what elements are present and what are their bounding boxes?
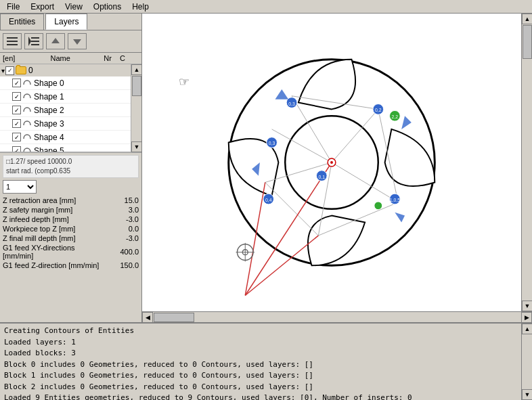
props-info-box: □1.27/ speed 10000.0 start rad. (comp0.6… (3, 155, 139, 178)
scroll-down-btn[interactable]: ▼ (131, 141, 141, 152)
svg-line-24 (245, 236, 318, 295)
toolbar-btn-up[interactable] (46, 33, 65, 49)
path-icon-2 (22, 105, 32, 115)
props-info-line2: start rad. (comp0.635 (6, 166, 135, 176)
svg-text:0,3: 0,3 (288, 102, 295, 106)
layer-list: ▾ ✓ 0 ✓ Sh (0, 64, 131, 152)
props-row-5: G1 feed XY-directions [mm/min] 400.0 (3, 244, 139, 260)
log-line-6: Loaded 9 Entities geometries, reduced to… (4, 393, 517, 400)
vscroll-down[interactable]: ▼ (522, 301, 532, 311)
layer-list-scrollbar[interactable]: ▲ ▼ (131, 64, 141, 152)
log-scroll-down[interactable]: ▼ (522, 389, 532, 400)
svg-marker-6 (28, 37, 31, 46)
svg-marker-8 (73, 39, 81, 45)
col-c-header: C (117, 54, 128, 62)
props-value-1: 3.0 (105, 206, 139, 214)
col-nr-header: Nr (98, 54, 117, 62)
props-value-6: 150.0 (105, 261, 139, 269)
vscroll-up[interactable]: ▲ (522, 14, 532, 24)
scroll-track-layer (131, 75, 141, 141)
content-area: Entities Layers (0, 14, 532, 322)
main-container: Entities Layers (0, 14, 532, 400)
root-checkbox[interactable]: ✓ (5, 66, 14, 75)
props-row-6: G1 feed Z-direction [mm/min] 150.0 (3, 261, 139, 269)
shape5-checkbox[interactable]: ✓ (12, 146, 21, 152)
shape2-checkbox[interactable]: ✓ (12, 106, 21, 114)
layer-item-shape4[interactable]: ✓ Shape 4 (0, 131, 131, 144)
layer-root-row[interactable]: ▾ ✓ 0 (0, 64, 131, 76)
hscroll-right[interactable]: ▶ (521, 312, 532, 322)
props-value-0: 15.0 (105, 196, 139, 204)
svg-marker-43 (401, 116, 412, 129)
layer-item-shape1[interactable]: ✓ Shape 1 (0, 90, 131, 104)
layer-list-wrap: ▾ ✓ 0 ✓ Sh (0, 64, 141, 152)
log-line-1: Loaded layers: 1 (4, 337, 517, 349)
right-panel: ☞ (142, 14, 532, 322)
tab-entities[interactable]: Entities (0, 14, 44, 30)
svg-line-21 (265, 182, 319, 236)
toolbar-btn-list[interactable] (3, 33, 22, 49)
shape0-checkbox[interactable]: ✓ (12, 79, 21, 87)
canvas-hscrollbar[interactable]: ◀ ▶ (142, 311, 532, 322)
vscroll-track (522, 24, 532, 301)
layer-item-shape2[interactable]: ✓ Shape 2 (0, 104, 131, 117)
menu-view[interactable]: View (60, 1, 88, 13)
layer-item-shape3[interactable]: ✓ Shape 3 (0, 117, 131, 131)
menu-export[interactable]: Export (25, 1, 60, 13)
hscroll-thumb[interactable] (154, 313, 194, 322)
layer-select-row: 1 (3, 180, 139, 194)
shape4-checkbox[interactable]: ✓ (12, 133, 21, 141)
log-line-0: Creating Contours of Entities (4, 326, 517, 337)
svg-line-17 (272, 129, 332, 162)
canvas-area[interactable]: ☞ (142, 14, 521, 311)
toolbar-btn-indent[interactable] (24, 33, 43, 49)
props-info-line1: □1.27/ speed 10000.0 (6, 157, 135, 166)
tab-layers[interactable]: Layers (45, 14, 87, 30)
svg-text:0,4: 0,4 (265, 198, 272, 202)
layer-select-dropdown[interactable]: 1 (3, 180, 37, 194)
vscroll-thumb[interactable] (523, 25, 532, 59)
props-value-3: 0.0 (105, 225, 139, 233)
svg-point-41 (374, 202, 382, 210)
props-value-5: 400.0 (105, 248, 139, 256)
svg-rect-3 (31, 37, 39, 39)
scroll-thumb-layer[interactable] (132, 76, 141, 96)
layer-item-shape5[interactable]: ✓ Shape 5 (0, 144, 131, 152)
menu-options[interactable]: Options (88, 1, 127, 13)
scroll-up-btn[interactable]: ▲ (131, 64, 141, 75)
layer-toolbar (0, 30, 141, 53)
shape1-checkbox[interactable]: ✓ (12, 92, 21, 101)
expand-arrow[interactable]: ▾ (1, 67, 5, 74)
path-icon-1 (22, 91, 32, 102)
svg-text:0,1: 0,1 (318, 175, 325, 179)
log-line-3: Block 0 includes 0 Geometries, reduced t… (4, 359, 517, 371)
props-row-3: Workpiece top Z [mm] 0.0 (3, 225, 139, 233)
log-scroll-up[interactable]: ▲ (522, 324, 532, 334)
left-panel: Entities Layers (0, 14, 142, 322)
log-panel: Creating Contours of Entities Loaded lay… (0, 322, 532, 400)
props-value-4: -3.0 (105, 234, 139, 242)
log-scrollbar[interactable]: ▲ ▼ (521, 324, 532, 400)
menubar: File Export View Options Help (0, 0, 532, 14)
props-row-0: Z retraction area [mm] 15.0 (3, 196, 139, 204)
menu-file[interactable]: File (1, 1, 25, 13)
svg-point-26 (330, 161, 333, 164)
menu-help[interactable]: Help (127, 1, 154, 13)
svg-rect-1 (7, 41, 18, 42)
props-row-4: Z final mill depth [mm] -3.0 (3, 234, 139, 242)
canvas-vscrollbar[interactable]: ▲ ▼ (521, 14, 532, 311)
layer-item-shape0[interactable]: ✓ Shape 0 (0, 76, 131, 90)
props-value-2: -3.0 (105, 215, 139, 223)
folder-icon (16, 66, 26, 74)
props-panel: □1.27/ speed 10000.0 start rad. (comp0.6… (0, 152, 141, 273)
shape3-checkbox[interactable]: ✓ (12, 119, 21, 128)
toolbar-btn-down[interactable] (68, 33, 87, 49)
props-label-1: Z safety margin [mm] (3, 206, 105, 214)
props-row-2: Z infeed depth [mm] -3.0 (3, 215, 139, 223)
hscroll-left[interactable]: ◀ (142, 312, 153, 322)
svg-marker-7 (51, 38, 60, 43)
props-label-4: Z final mill depth [mm] (3, 234, 105, 242)
svg-text:☞: ☞ (179, 75, 190, 89)
log-content: Creating Contours of Entities Loaded lay… (0, 324, 521, 400)
svg-rect-4 (31, 41, 39, 42)
